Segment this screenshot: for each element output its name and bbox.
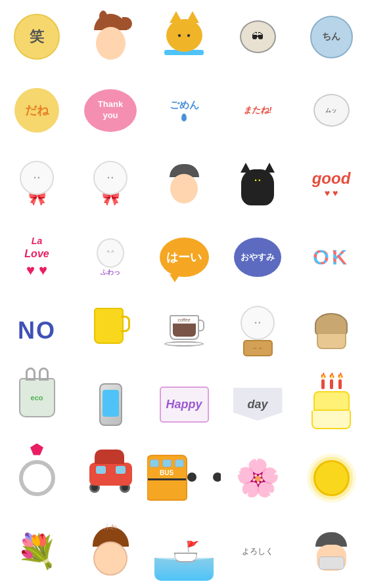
cool-cat-head-icon: 🕶 <box>240 20 276 53</box>
sticker-cell-blackcat[interactable]: • • <box>221 147 294 220</box>
beer-mug-icon <box>94 308 124 344</box>
man-face-icon <box>170 174 198 203</box>
sticker-cell-catbow2[interactable]: • • 🎀 <box>74 147 147 220</box>
jump-cat-body-icon: ^ ^ <box>97 238 124 268</box>
sticker-bus: BUS <box>147 455 221 501</box>
sticker-cell-bus[interactable]: BUS <box>147 441 221 514</box>
sticker-cell-chin[interactable]: ちん <box>294 0 368 74</box>
cat-head-icon: ●● <box>166 19 202 52</box>
sticker-cell-ocean[interactable]: 🚩 <box>147 514 221 588</box>
bus-wheels-icon <box>187 472 221 482</box>
sticker-oyasumi: おやすみ <box>234 238 281 277</box>
sticker-cell-whitecat[interactable]: ムッ <box>294 74 368 147</box>
sticker-cell-no[interactable]: NO <box>0 294 74 368</box>
bus-label: BUS <box>160 469 173 476</box>
thankyou-line2: you <box>103 110 118 121</box>
sticker-cell-ring[interactable] <box>0 441 74 514</box>
oyasumi-text: おやすみ <box>241 251 275 263</box>
sticker-coolcat: 🕶 <box>240 20 276 53</box>
sticker-cell-good[interactable]: good ♥ ♥ <box>294 147 368 220</box>
day-text: day <box>247 398 267 411</box>
sticker-cell-love[interactable]: La Love ♥ ♥ <box>0 220 74 294</box>
sticker-cell-bouquet[interactable]: 💐 <box>0 514 74 588</box>
cake-top-icon <box>313 391 350 411</box>
sticker-cell-day[interactable]: day <box>221 368 294 441</box>
sticker-cell-jumpcat[interactable]: ^ ^ ふわっ <box>74 220 147 294</box>
sticker-cell-darkman[interactable] <box>147 147 221 220</box>
sticker-cell-girl[interactable] <box>74 0 147 74</box>
sticker-car <box>89 463 132 493</box>
sticker-happy: Happy <box>160 387 209 423</box>
sticker-cell-ok[interactable]: OK <box>294 220 368 294</box>
sticker-yoroshiku: よろしく <box>242 546 273 557</box>
sticker-cell-ecobag[interactable]: eco <box>0 368 74 441</box>
ring-gem-icon <box>30 444 43 455</box>
ok-text: OK <box>313 245 350 270</box>
sticker-catbow2: • • 🎀 <box>93 161 127 207</box>
sticker-cell-hai[interactable]: はーい <box>147 220 221 294</box>
day-banner-icon: day <box>233 388 283 421</box>
gomen-drop-icon <box>181 114 187 121</box>
love-hearts-icon: ♥ ♥ <box>26 262 47 279</box>
candle3-icon <box>338 379 342 389</box>
sticker-hai: はーい <box>160 238 209 277</box>
sticker-catbow1: • • 🎀 <box>20 161 54 207</box>
sticker-cell-phone[interactable] <box>74 368 147 441</box>
coffee-saucer-icon <box>164 341 204 346</box>
sticker-love: La Love ♥ ♥ <box>24 236 49 279</box>
sticker-muffin <box>315 313 348 349</box>
la-text: La <box>32 236 42 246</box>
black-cat-body-icon: • • <box>241 169 274 205</box>
sticker-cell-dane[interactable]: だね <box>0 74 74 147</box>
sticker-flower: 🌸 <box>235 457 281 499</box>
basket-cat-head: • • <box>241 306 275 340</box>
sticker-cell-coffee[interactable]: coffee <box>147 294 221 368</box>
sticker-beer <box>94 308 127 354</box>
eco-handle-right-icon <box>39 368 49 381</box>
good-hearts-icon: ♥ ♥ <box>325 188 338 198</box>
sticker-cell-yoroshiku[interactable]: よろしく <box>221 514 294 588</box>
cake-bottom-icon <box>311 411 351 429</box>
sticker-cake <box>311 379 351 429</box>
sticker-laugh: 笑 <box>14 14 60 60</box>
matane-text: またね! <box>243 105 271 115</box>
bus-front <box>148 478 186 480</box>
chin-text: ちん <box>322 31 340 43</box>
jump-text: ふわっ <box>101 268 120 277</box>
happy-card-icon: Happy <box>160 387 209 423</box>
sticker-thankyou: Thank you <box>84 89 137 132</box>
sticker-dane: だね <box>14 88 59 133</box>
sticker-cell-matane[interactable]: またね! <box>221 74 294 147</box>
sticker-cell-happy[interactable]: Happy <box>147 368 221 441</box>
phone-screen-icon <box>103 390 119 417</box>
sticker-cell-oyasumi[interactable]: おやすみ <box>221 220 294 294</box>
sticker-cell-sun[interactable] <box>294 441 368 514</box>
sticker-cell-maskedman[interactable] <box>294 514 368 588</box>
bus-wheel-right <box>213 472 221 482</box>
sticker-chin: ちん <box>310 16 353 58</box>
sticker-cell-cake[interactable] <box>294 368 368 441</box>
sticker-cell-catbasket[interactable]: • • ～～ <box>221 294 294 368</box>
sticker-cell-car[interactable] <box>74 441 147 514</box>
sticker-cell-flower[interactable]: 🌸 <box>221 441 294 514</box>
sticker-bouquet: 💐 <box>16 532 57 570</box>
sticker-cell-yellowcat[interactable]: ●● <box>147 0 221 74</box>
sunglasses-icon: 🕶 <box>252 30 264 44</box>
eco-handle-left-icon <box>26 368 35 381</box>
coffee-label: coffee <box>177 318 190 322</box>
eco-bag-body-icon: eco <box>19 378 55 417</box>
sticker-cell-thankyou[interactable]: Thank you <box>74 74 147 147</box>
sticker-cell-coolcat[interactable]: 🕶 <box>221 0 294 74</box>
sticker-cell-roundgirl[interactable]: ふわ <box>74 514 147 588</box>
sticker-cell-muffin[interactable] <box>294 294 368 368</box>
bouquet-icon: 💐 <box>16 532 57 570</box>
basket-icon: ～～ <box>243 340 273 356</box>
sticker-cell-laugh[interactable]: 笑 <box>0 0 74 74</box>
ring-container <box>17 453 57 503</box>
cat-ear-right-icon <box>186 11 199 23</box>
sticker-cell-catbow1[interactable]: • • 🎀 <box>0 147 74 220</box>
muffin-base-icon <box>317 333 346 349</box>
sticker-cell-gomen[interactable]: ごめん <box>147 74 221 147</box>
sticker-cell-beer[interactable] <box>74 294 147 368</box>
cat-eyes-icon: ●● <box>177 32 191 39</box>
